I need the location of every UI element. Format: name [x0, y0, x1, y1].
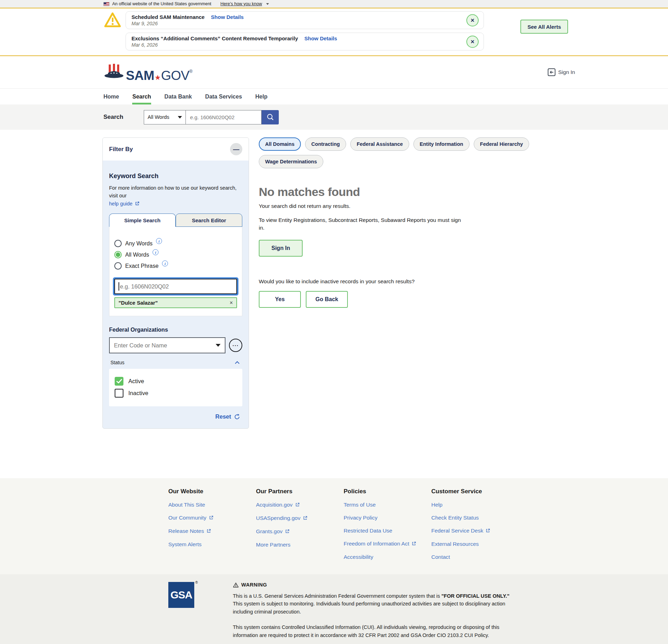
nav-item-data-services[interactable]: Data Services [205, 89, 242, 104]
filter-panel: Filter By — Keyword Search For more info… [102, 137, 249, 429]
sam-gov-logo[interactable]: SAM★GOV® [104, 63, 192, 81]
alert-close-button[interactable]: × [466, 14, 479, 26]
federal-org-placeholder: Enter Code or Name [114, 342, 167, 349]
footer-link[interactable]: Federal Service Desk [431, 528, 519, 534]
registered-mark: ® [195, 581, 198, 584]
alert-show-details-link[interactable]: Show Details [211, 14, 244, 20]
sign-in-label: Sign In [558, 69, 575, 75]
footer-link[interactable]: Acquisition.gov [256, 502, 344, 508]
warning-icon [233, 582, 239, 588]
pill-contracting[interactable]: Contracting [305, 137, 346, 151]
pill-entity-information[interactable]: Entity Information [413, 137, 470, 151]
search-mode-select[interactable]: All Words [144, 110, 186, 124]
pill-federal-assistance[interactable]: Federal Assistance [350, 137, 409, 151]
info-icon[interactable]: i [153, 249, 158, 255]
alerts-section: Scheduled SAM Maintenance Show Details M… [0, 8, 668, 56]
sign-in-button[interactable]: Sign In [259, 240, 303, 257]
warning-heading: WARNING [241, 582, 267, 588]
chip-remove-icon[interactable]: × [230, 300, 233, 306]
yes-button[interactable]: Yes [259, 291, 301, 308]
info-icon[interactable]: i [162, 260, 168, 266]
registered-mark: ® [189, 69, 192, 74]
chevron-down-icon [266, 3, 269, 5]
simple-search-panel: Any Words i All Words i Exact Phrase i [109, 227, 242, 316]
keyword-chip: "Dulce Salazar" × [114, 297, 237, 308]
footer-link[interactable]: Freedom of Information Act [344, 541, 431, 547]
external-link-icon [207, 528, 211, 535]
footer-link[interactable]: USASpending.gov [256, 515, 344, 522]
search-button[interactable] [262, 110, 279, 124]
us-flag-icon [103, 2, 109, 6]
alert-show-details-link[interactable]: Show Details [304, 35, 337, 41]
external-link-icon [303, 515, 308, 522]
footer-link[interactable]: About This Site [168, 502, 256, 508]
no-matches-heading: No matches found [259, 185, 550, 199]
checkbox-inactive[interactable] [115, 389, 123, 398]
see-all-alerts-button[interactable]: See All Alerts [520, 20, 568, 34]
tab-simple-search[interactable]: Simple Search [109, 213, 176, 227]
warning-triangle-icon [103, 11, 122, 29]
go-back-button[interactable]: Go Back [306, 291, 348, 308]
footer-link[interactable]: Grants.gov [256, 528, 344, 535]
checkbox-label: Active [128, 378, 144, 385]
footer-link[interactable]: Check Entity Status [431, 515, 519, 521]
alert-date: Mar 9, 2026 [131, 21, 463, 26]
nav-item-search[interactable]: Search [132, 89, 151, 104]
chevron-up-icon[interactable] [235, 361, 239, 366]
keyword-tabs: Simple Search Search Editor [109, 213, 242, 227]
gov-banner-text: An official website of the United States… [112, 1, 211, 6]
radio-exact-phrase[interactable] [114, 262, 122, 270]
radio-label: All Words [125, 252, 149, 258]
alert-card: Scheduled SAM Maintenance Show Details M… [126, 11, 484, 29]
nav-item-data-bank[interactable]: Data Bank [164, 89, 192, 104]
checkbox-label: Inactive [128, 390, 148, 396]
sign-in-link[interactable]: Sign In [548, 68, 575, 76]
footer-link[interactable]: Contact [431, 554, 519, 560]
info-icon[interactable]: i [156, 238, 162, 244]
tab-search-editor[interactable]: Search Editor [176, 213, 242, 227]
more-options-button[interactable]: ··· [229, 339, 242, 352]
pill-federal-hierarchy[interactable]: Federal Hierarchy [474, 137, 529, 151]
footer-link[interactable]: Accessibility [344, 554, 431, 560]
nav-item-help[interactable]: Help [255, 89, 268, 104]
collapse-filters-button[interactable]: — [230, 143, 242, 155]
federal-org-select[interactable]: Enter Code or Name [109, 337, 225, 353]
external-link-icon [209, 515, 214, 521]
warning-paragraph-1: This is a U.S. General Services Administ… [233, 592, 513, 616]
keyword-search-input[interactable] [114, 279, 237, 294]
nav-item-home[interactable]: Home [103, 89, 119, 104]
external-link-icon [295, 502, 300, 508]
brand-gov: GOV [161, 68, 189, 83]
help-guide-link[interactable]: help guide [109, 201, 133, 206]
chip-label: "Dulce Salazar" [119, 300, 158, 306]
footer-link[interactable]: Help [431, 502, 519, 508]
footer-link[interactable]: External Resources [431, 541, 519, 547]
brand-star-icon: ★ [155, 74, 161, 81]
radio-any-words[interactable] [114, 240, 122, 247]
checkbox-active[interactable] [115, 377, 123, 386]
footer-link[interactable]: Terms of Use [344, 502, 431, 508]
refresh-icon[interactable] [234, 414, 240, 420]
alert-close-button[interactable]: × [466, 35, 479, 48]
results-area: All Domains Contracting Federal Assistan… [259, 137, 550, 308]
footer-link[interactable]: Privacy Policy [344, 515, 431, 521]
footer-link[interactable]: Our Community [168, 515, 256, 521]
footer-col-policies: Policies Terms of Use Privacy Policy Res… [344, 488, 431, 560]
radio-all-words[interactable] [114, 251, 122, 258]
footer-col-our-website: Our Website About This Site Our Communit… [168, 488, 256, 560]
footer-link[interactable]: Release Notes [168, 528, 256, 535]
search-mode-value: All Words [148, 114, 169, 120]
pill-wage-determinations[interactable]: Wage Determinations [259, 155, 323, 168]
top-search-input[interactable] [186, 110, 262, 124]
reset-link[interactable]: Reset [215, 413, 231, 420]
footer-heading: Customer Service [431, 488, 519, 495]
how-you-know-link[interactable]: Here’s how you know [221, 1, 262, 6]
pill-all-domains[interactable]: All Domains [259, 137, 301, 151]
sign-in-arrow-icon [548, 68, 555, 76]
inactive-records-question: Would you like to include inactive recor… [259, 278, 550, 285]
external-link-icon [285, 529, 290, 535]
footer-link[interactable]: Restricted Data Use [344, 528, 431, 534]
footer-link[interactable]: System Alerts [168, 541, 256, 548]
external-link-icon [412, 541, 416, 547]
footer-link[interactable]: More Partners [256, 542, 344, 548]
